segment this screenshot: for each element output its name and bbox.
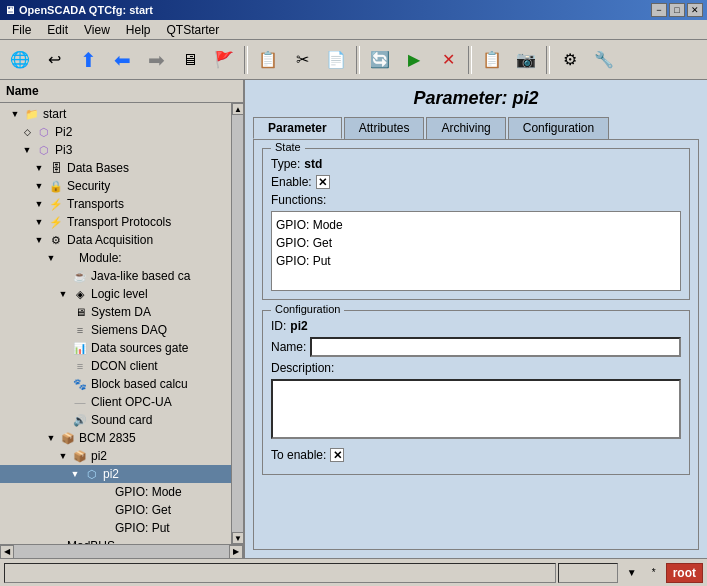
tab-configuration[interactable]: Configuration: [508, 117, 609, 139]
tree-node-dcon[interactable]: ≡ DCON client: [0, 357, 231, 375]
toolbar-separator-2: [356, 46, 360, 74]
to-enable-checkbox[interactable]: ✕: [330, 448, 344, 462]
tree-node-start[interactable]: ▼ 📁 start: [0, 105, 231, 123]
expand-transports: ▼: [32, 197, 46, 211]
security-icon: 🔒: [48, 178, 64, 194]
expand-javalike: [56, 269, 70, 283]
tree-node-bcm2835[interactable]: ▼ 📦 BCM 2835: [0, 429, 231, 447]
menu-view[interactable]: View: [76, 21, 118, 39]
tree-hscroll[interactable]: ◀ ▶: [0, 544, 243, 558]
tree-node-gpio-put[interactable]: GPIO: Put: [0, 519, 231, 537]
tree-node-javalike[interactable]: ☕ Java-like based ca: [0, 267, 231, 285]
type-label: Type:: [271, 157, 300, 171]
tree-node-siemens[interactable]: ≡ Siemens DAQ: [0, 321, 231, 339]
transports-icon: ⚡: [48, 196, 64, 212]
tree-node-pi2-device[interactable]: ▼ 📦 pi2: [0, 447, 231, 465]
status-segment-2: [558, 563, 618, 583]
function-item-2: GPIO: Get: [276, 234, 676, 252]
toolbar-btn-refresh[interactable]: 🔄: [364, 44, 396, 76]
tree-node-gpio-get[interactable]: GPIO: Get: [0, 501, 231, 519]
functions-label: Functions:: [271, 193, 326, 207]
toolbar-separator-4: [546, 46, 550, 74]
name-input[interactable]: [310, 337, 681, 357]
toolbar-btn-fwd[interactable]: ➡: [140, 44, 172, 76]
tab-archiving[interactable]: Archiving: [426, 117, 505, 139]
toolbar-btn-1[interactable]: 🌐: [4, 44, 36, 76]
tree-node-pi2-selected[interactable]: ▼ ⬡ pi2: [0, 465, 231, 483]
expand-logic: ▼: [56, 287, 70, 301]
expand-dcon: [56, 359, 70, 373]
tree-node-soundcard[interactable]: 🔊 Sound card: [0, 411, 231, 429]
tab-attributes[interactable]: Attributes: [344, 117, 425, 139]
toolbar-btn-info[interactable]: 📋: [476, 44, 508, 76]
dcon-icon: ≡: [72, 358, 88, 374]
tree-node-systemda[interactable]: 🖥 System DA: [0, 303, 231, 321]
tree-vscroll[interactable]: ▲ ▼: [231, 103, 243, 544]
config-group: Configuration ID: pi2 Name: Description:…: [262, 310, 690, 475]
app-icon: 🖥: [4, 4, 15, 16]
expand-opcua: [56, 395, 70, 409]
close-button[interactable]: ✕: [687, 3, 703, 17]
pi2-selected-icon: ⬡: [84, 466, 100, 482]
status-btn-1[interactable]: ▼: [622, 563, 642, 583]
tree-label-gpio-mode: GPIO: Mode: [115, 485, 182, 499]
tree-node-gpio-mode[interactable]: GPIO: Mode: [0, 483, 231, 501]
toolbar-btn-gear[interactable]: ⚙: [554, 44, 586, 76]
tree-node-pi2-top[interactable]: ◇ ⬡ Pi2: [0, 123, 231, 141]
tree-container[interactable]: ▼ 📁 start ◇ ⬡ Pi2 ▼ ⬡ Pi3 ▼ 🗄 D: [0, 103, 243, 544]
tree-node-transports[interactable]: ▼ ⚡ Transports: [0, 195, 231, 213]
toolbar-btn-stop[interactable]: ✕: [432, 44, 464, 76]
siemens-icon: ≡: [72, 322, 88, 338]
toolbar-btn-cut[interactable]: ✂: [286, 44, 318, 76]
type-value: std: [304, 157, 322, 171]
tree-node-transport-protocols[interactable]: ▼ ⚡ Transport Protocols: [0, 213, 231, 231]
tree-node-modbus[interactable]: — ModBUS: [0, 537, 231, 544]
tree-node-security[interactable]: ▼ 🔒 Security: [0, 177, 231, 195]
menu-file[interactable]: File: [4, 21, 39, 39]
toolbar-btn-flag[interactable]: 🚩: [208, 44, 240, 76]
menu-help[interactable]: Help: [118, 21, 159, 39]
maximize-button[interactable]: □: [669, 3, 685, 17]
expand-soundcard: [56, 413, 70, 427]
tree-node-logic[interactable]: ▼ ◈ Logic level: [0, 285, 231, 303]
expand-data-acq: ▼: [32, 233, 46, 247]
expand-datasources: [56, 341, 70, 355]
hscroll-left-btn[interactable]: ◀: [0, 545, 14, 559]
toolbar-btn-paste[interactable]: 📄: [320, 44, 352, 76]
module-icon: [60, 250, 76, 266]
hscroll-right-btn[interactable]: ▶: [229, 545, 243, 559]
vscroll-up-btn[interactable]: ▲: [232, 103, 243, 115]
toolbar-separator-3: [468, 46, 472, 74]
status-btn-2[interactable]: *: [644, 563, 664, 583]
tree-node-opcua[interactable]: — Client OPC-UA: [0, 393, 231, 411]
tree-node-module[interactable]: ▼ Module:: [0, 249, 231, 267]
expand-module: ▼: [44, 251, 58, 265]
tree-node-pi3[interactable]: ▼ ⬡ Pi3: [0, 141, 231, 159]
toolbar-btn-2[interactable]: ↩: [38, 44, 70, 76]
toolbar-btn-copy[interactable]: 📋: [252, 44, 284, 76]
vscroll-down-btn[interactable]: ▼: [232, 532, 243, 544]
minimize-button[interactable]: −: [651, 3, 667, 17]
tree-node-data-acq[interactable]: ▼ ⚙ Data Acquisition: [0, 231, 231, 249]
tab-parameter[interactable]: Parameter: [253, 117, 342, 139]
desc-textarea[interactable]: [271, 379, 681, 439]
id-value: pi2: [290, 319, 307, 333]
tree-node-datasources[interactable]: 📊 Data sources gate: [0, 339, 231, 357]
menu-qtstarter[interactable]: QTStarter: [159, 21, 228, 39]
toolbar-btn-camera[interactable]: 📷: [510, 44, 542, 76]
transport-protocols-icon: ⚡: [48, 214, 64, 230]
vscroll-track[interactable]: [232, 115, 243, 532]
enable-checkbox[interactable]: ✕: [316, 175, 330, 189]
toolbar-btn-play[interactable]: ▶: [398, 44, 430, 76]
param-title: Parameter: pi2: [253, 88, 699, 109]
toolbar-btn-settings2[interactable]: 🔧: [588, 44, 620, 76]
tree-node-databases[interactable]: ▼ 🗄 Data Bases: [0, 159, 231, 177]
toolbar-btn-back[interactable]: ⬅: [106, 44, 138, 76]
main-area: Name ▼ 📁 start ◇ ⬡ Pi2 ▼ ⬡ Pi3: [0, 80, 707, 558]
soundcard-icon: 🔊: [72, 412, 88, 428]
toolbar-btn-up[interactable]: ⬆: [72, 44, 104, 76]
tree-node-block[interactable]: 🐾 Block based calcu: [0, 375, 231, 393]
toolbar-btn-monitor[interactable]: 🖥: [174, 44, 206, 76]
tree-label-transport-protocols: Transport Protocols: [67, 215, 171, 229]
menu-edit[interactable]: Edit: [39, 21, 76, 39]
